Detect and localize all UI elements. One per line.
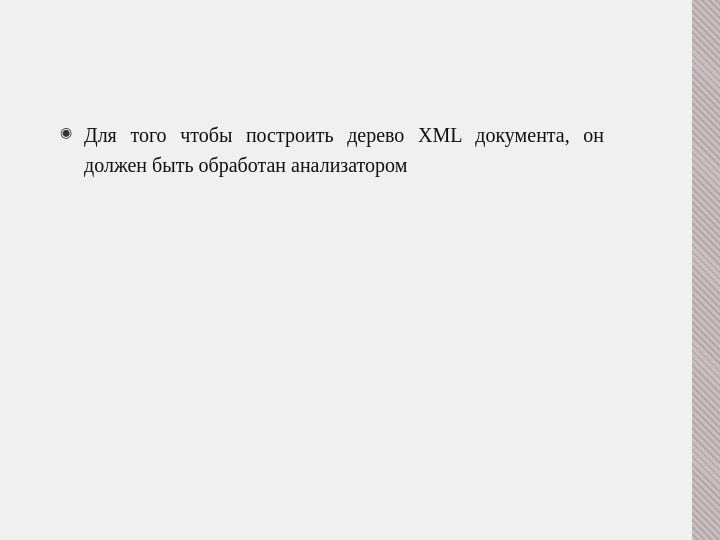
right-sidebar — [692, 0, 720, 540]
bullet-text: Для того чтобы построить дерево XML доку… — [84, 120, 604, 180]
main-content: ◉ Для того чтобы построить дерево XML до… — [0, 0, 692, 540]
bullet-list: ◉ Для того чтобы построить дерево XML до… — [60, 120, 604, 180]
list-item: ◉ Для того чтобы построить дерево XML до… — [60, 120, 604, 180]
bullet-symbol: ◉ — [60, 124, 72, 141]
